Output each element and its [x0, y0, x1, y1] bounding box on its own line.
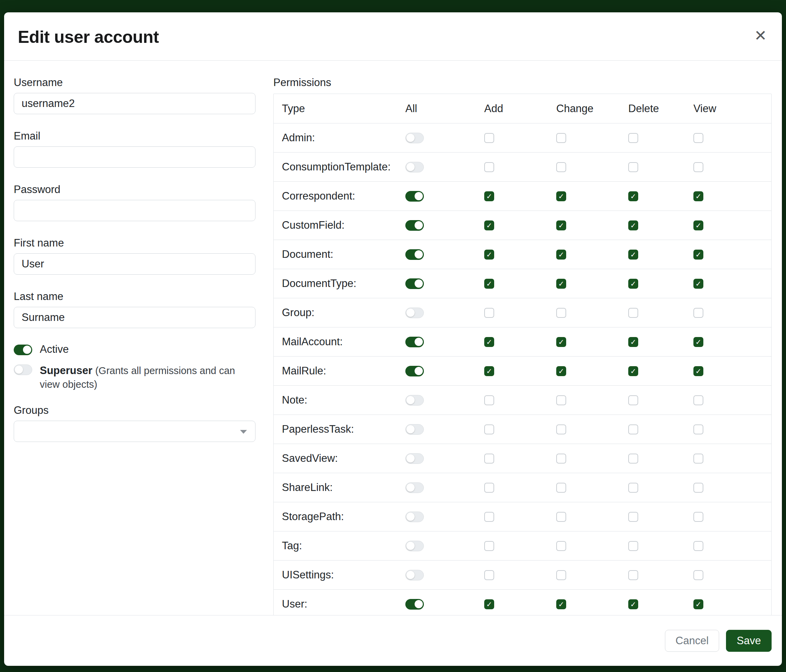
checkbox-delete-documenttype[interactable]: ✓	[628, 279, 638, 289]
active-toggle[interactable]	[14, 345, 32, 355]
checkbox-view-consumptiontemplate[interactable]	[693, 162, 703, 172]
permission-row-tag: Tag:	[274, 531, 771, 560]
toggle-all-documenttype[interactable]	[406, 278, 424, 289]
checkbox-change-note[interactable]	[556, 395, 566, 405]
toggle-all-user[interactable]	[406, 599, 424, 609]
email-input[interactable]	[14, 146, 255, 168]
checkbox-delete-sharelink[interactable]	[628, 483, 638, 493]
first-name-input[interactable]	[14, 253, 255, 275]
toggle-all-storagepath[interactable]	[406, 512, 424, 522]
checkbox-delete-paperlesstask[interactable]	[628, 424, 638, 434]
toggle-all-sharelink[interactable]	[406, 482, 424, 493]
checkbox-change-group[interactable]	[556, 308, 566, 318]
checkbox-add-tag[interactable]	[484, 541, 494, 551]
checkbox-add-uisettings[interactable]	[484, 570, 494, 580]
close-icon[interactable]: ✕	[754, 28, 767, 43]
toggle-all-document[interactable]	[406, 249, 424, 260]
checkbox-view-sharelink[interactable]	[693, 483, 703, 493]
toggle-all-tag[interactable]	[406, 541, 424, 551]
checkbox-view-savedview[interactable]	[693, 454, 703, 463]
checkbox-add-customfield[interactable]: ✓	[484, 220, 494, 231]
checkbox-add-storagepath[interactable]	[484, 512, 494, 522]
toggle-knob	[406, 163, 415, 171]
checkbox-delete-mailrule[interactable]: ✓	[628, 366, 638, 376]
checkbox-add-consumptiontemplate[interactable]	[484, 162, 494, 172]
last-name-input[interactable]	[14, 307, 255, 328]
checkbox-add-mailrule[interactable]: ✓	[484, 366, 494, 376]
checkbox-add-document[interactable]: ✓	[484, 250, 494, 259]
checkbox-view-note[interactable]	[693, 395, 703, 405]
permission-cell	[476, 483, 548, 493]
password-input[interactable]	[14, 200, 255, 221]
checkbox-delete-user[interactable]: ✓	[628, 599, 638, 609]
checkbox-view-customfield[interactable]: ✓	[693, 220, 703, 231]
checkbox-view-user[interactable]: ✓	[693, 599, 703, 609]
checkbox-view-uisettings[interactable]	[693, 570, 703, 580]
checkbox-change-consumptiontemplate[interactable]	[556, 162, 566, 172]
checkbox-delete-group[interactable]	[628, 308, 638, 318]
checkbox-delete-correspondent[interactable]: ✓	[628, 191, 638, 201]
checkbox-change-sharelink[interactable]	[556, 483, 566, 493]
checkbox-delete-document[interactable]: ✓	[628, 250, 638, 259]
checkbox-change-storagepath[interactable]	[556, 512, 566, 522]
checkbox-add-sharelink[interactable]	[484, 483, 494, 493]
checkbox-view-mailrule[interactable]: ✓	[693, 366, 703, 376]
checkbox-add-note[interactable]	[484, 395, 494, 405]
checkbox-add-documenttype[interactable]: ✓	[484, 279, 494, 289]
toggle-all-group[interactable]	[406, 308, 424, 318]
checkbox-change-correspondent[interactable]: ✓	[556, 191, 566, 201]
checkbox-change-mailaccount[interactable]: ✓	[556, 337, 566, 347]
checkbox-view-paperlesstask[interactable]	[693, 424, 703, 434]
checkbox-add-savedview[interactable]	[484, 454, 494, 463]
checkbox-delete-admin[interactable]	[628, 133, 638, 143]
checkbox-add-correspondent[interactable]: ✓	[484, 191, 494, 201]
checkbox-delete-tag[interactable]	[628, 541, 638, 551]
checkbox-add-mailaccount[interactable]: ✓	[484, 337, 494, 347]
save-button[interactable]: Save	[726, 630, 772, 652]
checkbox-delete-customfield[interactable]: ✓	[628, 220, 638, 231]
checkbox-delete-savedview[interactable]	[628, 454, 638, 463]
toggle-all-uisettings[interactable]	[406, 570, 424, 581]
checkbox-add-group[interactable]	[484, 308, 494, 318]
checkbox-view-storagepath[interactable]	[693, 512, 703, 522]
checkbox-change-tag[interactable]	[556, 541, 566, 551]
checkbox-view-mailaccount[interactable]: ✓	[693, 337, 703, 347]
toggle-all-savedview[interactable]	[406, 453, 424, 464]
checkbox-delete-uisettings[interactable]	[628, 570, 638, 580]
cancel-button[interactable]: Cancel	[665, 630, 720, 652]
superuser-toggle[interactable]	[14, 364, 32, 375]
toggle-all-customfield[interactable]	[406, 220, 424, 231]
checkbox-change-uisettings[interactable]	[556, 570, 566, 580]
checkbox-view-documenttype[interactable]: ✓	[693, 279, 703, 289]
toggle-all-mailrule[interactable]	[406, 366, 424, 377]
checkbox-change-mailrule[interactable]: ✓	[556, 366, 566, 376]
groups-select[interactable]	[14, 421, 255, 442]
toggle-all-correspondent[interactable]	[406, 191, 424, 202]
checkbox-add-paperlesstask[interactable]	[484, 424, 494, 434]
checkbox-add-admin[interactable]	[484, 133, 494, 143]
username-input[interactable]	[14, 93, 255, 114]
checkbox-view-admin[interactable]	[693, 133, 703, 143]
checkbox-delete-note[interactable]	[628, 395, 638, 405]
checkbox-change-customfield[interactable]: ✓	[556, 220, 566, 231]
checkbox-change-admin[interactable]	[556, 133, 566, 143]
checkbox-change-document[interactable]: ✓	[556, 250, 566, 259]
checkbox-view-group[interactable]	[693, 308, 703, 318]
checkbox-change-savedview[interactable]	[556, 454, 566, 463]
checkbox-delete-mailaccount[interactable]: ✓	[628, 337, 638, 347]
toggle-all-note[interactable]	[406, 395, 424, 406]
checkbox-delete-storagepath[interactable]	[628, 512, 638, 522]
checkbox-view-correspondent[interactable]: ✓	[693, 191, 703, 201]
toggle-all-consumptiontemplate[interactable]	[406, 162, 424, 173]
checkbox-change-user[interactable]: ✓	[556, 599, 566, 609]
checkbox-view-document[interactable]: ✓	[693, 250, 703, 259]
permission-cell	[548, 424, 620, 434]
checkbox-change-documenttype[interactable]: ✓	[556, 279, 566, 289]
checkbox-view-tag[interactable]	[693, 541, 703, 551]
toggle-all-paperlesstask[interactable]	[406, 424, 424, 435]
checkbox-add-user[interactable]: ✓	[484, 599, 494, 609]
checkbox-delete-consumptiontemplate[interactable]	[628, 162, 638, 172]
checkbox-change-paperlesstask[interactable]	[556, 424, 566, 434]
toggle-all-admin[interactable]	[406, 133, 424, 143]
toggle-all-mailaccount[interactable]	[406, 337, 424, 347]
